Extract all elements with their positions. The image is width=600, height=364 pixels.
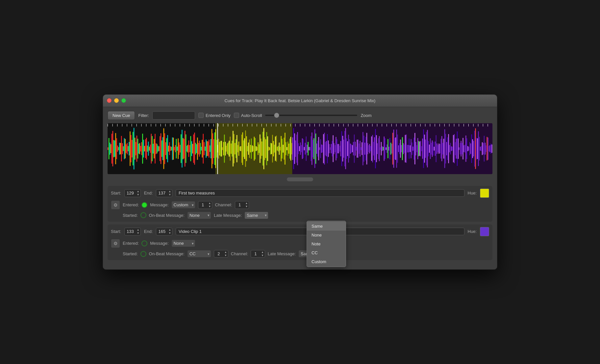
channel-label-1: Channel: [215,202,232,207]
msg-val-down-1[interactable]: ▼ [209,205,211,208]
start-stepper-2[interactable]: 133 ▲ ▼ [124,228,141,235]
started-led-2[interactable] [140,251,146,257]
end-stepper-2[interactable]: 165 ▲ ▼ [156,228,172,235]
onbeat-channel-2: 1 [251,250,260,257]
close-button[interactable] [107,98,112,103]
cue-1-header: Start: 129 ▲ ▼ End: 137 ▲ ▼ [111,189,489,198]
dropdown-option-note[interactable]: Note [307,239,346,248]
dropdown-option-same[interactable]: Same [307,222,346,231]
end-up-1[interactable]: ▲ [168,190,171,193]
ob-ch-down-2[interactable]: ▼ [261,254,264,257]
end-down-1[interactable]: ▼ [168,193,171,196]
filter-input[interactable] [152,111,195,120]
dropdown-option-custom[interactable]: Custom [307,257,346,266]
start-up-2[interactable]: ▲ [137,228,139,232]
entered-led-2[interactable] [141,240,147,246]
late-label-2: Late Message: [268,251,296,256]
entered-only-checkbox[interactable] [198,113,204,118]
started-label-1: Started: [123,213,138,218]
auto-scroll-checkbox[interactable] [234,113,239,118]
entered-only-checkbox-label[interactable]: Entered Only [198,113,231,118]
start-label-1: Start: [111,191,121,195]
end-up-2[interactable]: ▲ [168,228,171,232]
end-value-2: 165 [156,228,167,235]
zoom-label: Zoom [361,113,371,118]
main-content: New Cue Filter: Entered Only Auto-Scroll… [103,107,497,269]
late-dropdown-1[interactable]: Same None Note CC Custom [244,212,268,219]
onbeat-value-2: 2 [214,250,223,257]
main-window: Cues for Track: Play It Back feat. Betsi… [103,94,497,270]
ch-up-1[interactable]: ▲ [245,202,248,205]
onbeat-dropdown-wrapper-2: None Note CC Custom [187,250,211,258]
message-value-stepper-1[interactable]: 1 ▲ ▼ [198,201,213,209]
start-up-1[interactable]: ▲ [137,190,139,193]
start-down-1[interactable]: ▼ [137,193,139,196]
onbeat-value-stepper-2[interactable]: 2 ▲ ▼ [214,250,228,258]
late-dropdown-wrapper-1: Same None Note CC Custom [244,212,268,219]
entered-only-label: Entered Only [206,113,231,118]
toolbar: New Cue Filter: Entered Only Auto-Scroll… [108,111,492,120]
start-down-2[interactable]: ▼ [137,232,139,235]
entered-label-1: Entered: [123,202,139,207]
ob-down-2[interactable]: ▼ [224,254,227,257]
start-value-1: 129 [125,190,136,196]
ch-down-1[interactable]: ▼ [245,205,248,208]
cue-2-header: Start: 133 ▲ ▼ End: 165 ▲ ▼ [111,227,489,236]
auto-scroll-label: Auto-Scroll [241,113,262,118]
gear-button-2[interactable]: ⚙ [111,239,120,248]
channel-value-1: 1 [235,201,244,208]
hue-swatch-2[interactable] [480,227,489,236]
minimize-button[interactable] [114,98,119,103]
message-label-2: Message: [150,241,168,246]
ob-up-2[interactable]: ▲ [224,251,227,254]
cue-row-1: Start: 129 ▲ ▼ End: 137 ▲ ▼ [108,186,492,222]
message-dropdown-1[interactable]: Custom None Note CC [171,201,195,209]
started-label-2: Started: [123,251,138,256]
onbeat-dropdown-wrapper-1: None Note CC Custom [187,212,211,219]
message-value-1: 1 [198,201,208,208]
msg-val-up-1[interactable]: ▲ [209,202,211,205]
dropdown-option-none[interactable]: None [307,231,346,239]
message-dropdown-2[interactable]: None Note CC Custom [171,239,195,247]
ob-ch-up-2[interactable]: ▲ [261,251,264,254]
cue-section: Start: 129 ▲ ▼ End: 137 ▲ ▼ [108,186,492,260]
hue-swatch-1[interactable] [480,189,489,198]
entered-led-1[interactable] [141,202,147,208]
end-stepper-1[interactable]: 137 ▲ ▼ [156,189,172,197]
end-value-1: 137 [156,190,167,196]
onbeat-dropdown-1[interactable]: None Note CC Custom [187,212,211,219]
waveform-scrollbar[interactable] [287,177,313,181]
onbeat-label-1: On-Beat Message: [149,213,185,218]
dropdown-option-cc[interactable]: CC [307,248,346,257]
channel-label-ob-2: Channel: [231,251,248,256]
window-title: Cues for Track: Play It Back feat. Betsi… [225,98,376,103]
start-stepper-1[interactable]: 129 ▲ ▼ [124,189,141,197]
waveform-display[interactable] [108,123,492,174]
onbeat-dropdown-2[interactable]: None Note CC Custom [187,250,211,258]
titlebar: Cues for Track: Play It Back feat. Betsi… [103,95,497,107]
started-led-1[interactable] [140,212,146,218]
hue-label-1: Hue: [468,191,477,195]
hue-label-2: Hue: [468,229,477,234]
end-down-2[interactable]: ▼ [168,232,171,235]
filter-label: Filter: [138,113,149,118]
end-label-1: End: [144,191,153,195]
message-dropdown-wrapper-1: Custom None Note CC [171,201,195,209]
zoom-button[interactable] [121,98,126,103]
waveform-canvas [108,123,492,174]
message-dropdown-wrapper-2: None Note CC Custom [171,239,195,247]
start-label-2: Start: [111,229,121,234]
auto-scroll-checkbox-label[interactable]: Auto-Scroll [234,113,262,118]
scrollbar-container [108,177,492,181]
onbeat-channel-stepper-2[interactable]: 1 ▲ ▼ [251,250,265,258]
gear-button-1[interactable]: ⚙ [111,200,120,210]
start-value-2: 133 [125,228,136,235]
onbeat-label-2: On-Beat Message: [149,251,185,256]
zoom-slider[interactable] [265,115,357,116]
end-label-2: End: [144,229,153,234]
channel-stepper-1[interactable]: 1 ▲ ▼ [235,201,249,209]
cue-row-2: Start: 133 ▲ ▼ End: 165 ▲ ▼ [108,224,492,260]
new-cue-button[interactable]: New Cue [108,111,135,120]
cue-name-1[interactable] [176,189,464,197]
traffic-lights [107,98,126,103]
